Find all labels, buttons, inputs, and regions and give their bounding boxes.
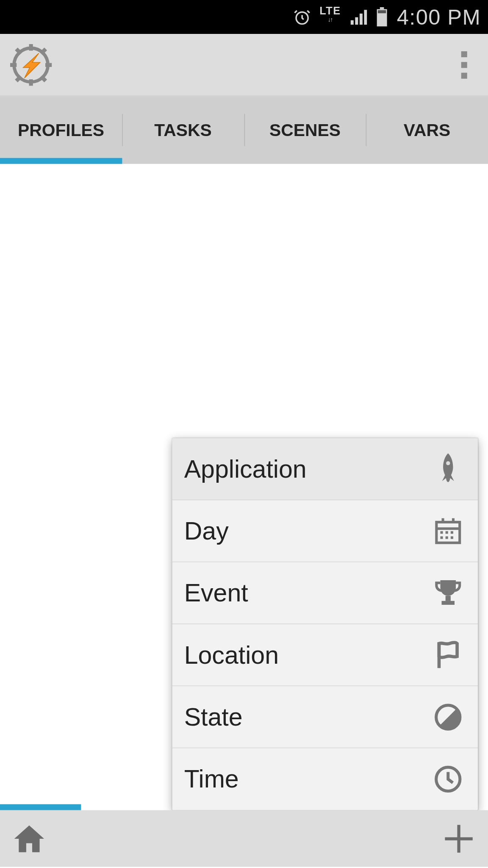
svg-point-13 [446, 461, 450, 465]
tab-label: PROFILES [18, 120, 104, 139]
app-logo-icon [10, 43, 53, 86]
svg-rect-7 [10, 63, 17, 67]
svg-rect-21 [440, 536, 443, 539]
calendar-icon [433, 515, 463, 546]
status-time: 4:00 PM [397, 5, 481, 30]
svg-rect-10 [40, 47, 47, 55]
popup-item-time[interactable]: Time [172, 748, 478, 810]
svg-rect-12 [40, 75, 47, 82]
popup-item-label: Day [184, 517, 229, 545]
battery-icon [375, 7, 388, 27]
context-popup-menu: Application Day Event Location [172, 438, 478, 810]
bottom-bar [0, 810, 488, 867]
clock-icon [433, 764, 463, 795]
alarm-icon [293, 8, 311, 26]
active-tab-indicator [0, 158, 122, 164]
svg-rect-11 [15, 75, 22, 82]
overflow-menu-button[interactable] [446, 41, 482, 89]
svg-rect-19 [446, 531, 448, 534]
svg-rect-22 [446, 536, 448, 539]
add-button[interactable] [438, 818, 480, 859]
svg-rect-20 [451, 531, 453, 534]
svg-rect-6 [29, 79, 33, 85]
network-type-label: LTE↓↑ [319, 5, 341, 22]
popup-item-application[interactable]: Application [172, 438, 478, 500]
tab-profiles[interactable]: PROFILES [0, 96, 122, 164]
popup-item-label: Location [184, 640, 279, 669]
popup-item-label: State [184, 703, 243, 732]
popup-item-event[interactable]: Event [172, 562, 478, 624]
svg-rect-3 [378, 10, 386, 13]
svg-rect-18 [440, 531, 443, 534]
tab-tasks[interactable]: TASKS [122, 96, 244, 164]
tab-scenes[interactable]: SCENES [244, 96, 366, 164]
action-bar [0, 34, 488, 96]
popup-item-label: Application [184, 455, 307, 484]
tab-bar: PROFILES TASKS SCENES VARS [0, 96, 488, 164]
tab-label: TASKS [154, 120, 211, 139]
svg-rect-23 [451, 536, 453, 539]
flag-icon [433, 640, 463, 670]
android-status-bar: LTE↓↑ 4:00 PM [0, 0, 488, 34]
home-button[interactable] [8, 818, 50, 859]
tab-vars[interactable]: VARS [366, 96, 488, 164]
svg-rect-8 [45, 63, 52, 67]
popup-item-day[interactable]: Day [172, 500, 478, 562]
bottom-progress-indicator [0, 804, 81, 810]
svg-rect-2 [380, 7, 384, 9]
status-icons: LTE↓↑ 4:00 PM [293, 5, 481, 30]
svg-rect-24 [446, 595, 451, 601]
trophy-icon [433, 577, 463, 608]
tab-label: VARS [404, 120, 450, 139]
popup-item-label: Time [184, 765, 239, 794]
tab-label: SCENES [269, 120, 341, 139]
popup-item-location[interactable]: Location [172, 624, 478, 686]
contrast-icon [433, 701, 463, 732]
svg-rect-5 [29, 44, 33, 50]
popup-item-label: Event [184, 579, 248, 607]
signal-icon [349, 8, 367, 26]
popup-item-state[interactable]: State [172, 686, 478, 748]
rocket-icon [433, 453, 463, 484]
svg-rect-25 [442, 601, 455, 604]
svg-rect-9 [15, 47, 22, 55]
content-area: Application Day Event Location [0, 164, 488, 810]
